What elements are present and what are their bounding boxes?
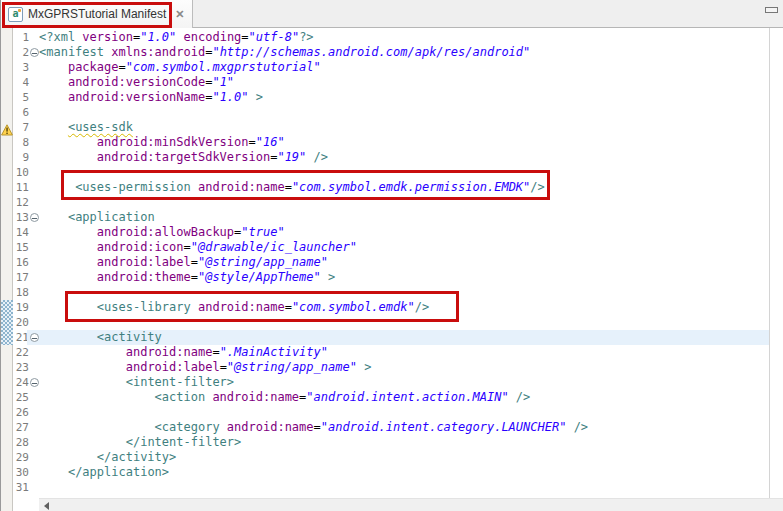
code-line[interactable]: android:name=".MainActivity" — [39, 345, 783, 360]
annotation-ruler[interactable] — [1, 28, 13, 511]
line-number: 4 — [13, 75, 30, 90]
android-manifest-file-icon: a — [8, 7, 23, 22]
code-line[interactable]: <activity — [39, 330, 783, 345]
line-number: 13 — [13, 210, 30, 225]
xml-source-editor[interactable]: 1234567891011121314151617181920212223242… — [1, 28, 783, 511]
code-line[interactable]: android:targetSdkVersion="19" /> — [39, 150, 783, 165]
line-number: 29 — [13, 450, 30, 465]
code-line[interactable]: <intent-filter> — [39, 375, 783, 390]
line-number: 27 — [13, 420, 30, 435]
code-line[interactable] — [39, 405, 783, 420]
code-line[interactable] — [39, 315, 783, 330]
fold-collapse-icon[interactable] — [30, 333, 39, 342]
warning-icon[interactable] — [1, 121, 13, 140]
scroll-left-arrow-icon[interactable] — [44, 502, 49, 510]
code-lines[interactable]: <?xml version="1.0" encoding="utf-8"?><m… — [39, 28, 783, 511]
line-number: 5 — [13, 90, 30, 105]
line-number: 15 — [13, 240, 30, 255]
line-number: 22 — [13, 345, 30, 360]
code-line[interactable]: <uses-sdk — [39, 120, 783, 135]
code-line[interactable]: package="com.symbol.mxgprstutorial" — [39, 60, 783, 75]
line-number: 2 — [13, 45, 30, 60]
code-line[interactable]: <?xml version="1.0" encoding="utf-8"?> — [39, 30, 783, 45]
code-line[interactable]: <uses-permission android:name="com.symbo… — [39, 180, 783, 195]
fold-collapse-icon[interactable] — [30, 48, 39, 57]
line-number: 24 — [13, 375, 30, 390]
code-line[interactable]: android:minSdkVersion="16" — [39, 135, 783, 150]
line-number: 18 — [13, 285, 30, 300]
code-line[interactable]: <application — [39, 210, 783, 225]
code-line[interactable]: <uses-library android:name="com.symbol.e… — [39, 300, 783, 315]
line-number: 25 — [13, 390, 30, 405]
line-number: 23 — [13, 360, 30, 375]
editor-tab-bar: a MxGPRSTutorial Manifest ✕ — [1, 0, 783, 28]
fold-collapse-icon[interactable] — [30, 213, 39, 222]
tab-close-icon[interactable]: ✕ — [175, 9, 184, 20]
code-line[interactable]: android:versionCode="1" — [39, 75, 783, 90]
line-number: 12 — [13, 195, 30, 210]
line-number: 10 — [13, 165, 30, 180]
code-line[interactable]: android:versionName="1.0" > — [39, 90, 783, 105]
tab-title: MxGPRSTutorial Manifest — [28, 7, 166, 21]
code-line[interactable] — [39, 105, 783, 120]
line-number: 16 — [13, 255, 30, 270]
line-number: 31 — [13, 480, 30, 495]
code-line[interactable]: android:label="@string/app_name" — [39, 255, 783, 270]
code-line[interactable] — [39, 165, 783, 180]
line-number: 1 — [13, 30, 30, 45]
code-line[interactable]: android:icon="@drawable/ic_launcher" — [39, 240, 783, 255]
code-line[interactable]: <action android:name="android.intent.act… — [39, 390, 783, 405]
line-number: 3 — [13, 60, 30, 75]
line-number: 17 — [13, 270, 30, 285]
line-number: 14 — [13, 225, 30, 240]
eclipse-editor-window: a MxGPRSTutorial Manifest ✕ 123456789101… — [0, 0, 783, 511]
code-line[interactable]: </intent-filter> — [39, 435, 783, 450]
minimize-view-icon[interactable] — [765, 7, 778, 13]
line-number: 30 — [13, 465, 30, 480]
code-line[interactable]: android:theme="@style/AppTheme" > — [39, 270, 783, 285]
line-number: 6 — [13, 105, 30, 120]
code-line[interactable]: <manifest xmlns:android="http://schemas.… — [39, 45, 783, 60]
line-number: 11 — [13, 180, 30, 195]
code-folding-ruler[interactable] — [30, 28, 39, 511]
line-number: 19 — [13, 300, 30, 315]
code-line[interactable]: android:allowBackup="true" — [39, 225, 783, 240]
line-number: 20 — [13, 315, 30, 330]
code-line[interactable]: <category android:name="android.intent.c… — [39, 420, 783, 435]
fold-collapse-icon[interactable] — [30, 378, 39, 387]
line-number-ruler: 1234567891011121314151617181920212223242… — [13, 28, 30, 511]
line-number: 7 — [13, 120, 30, 135]
code-line[interactable] — [39, 285, 783, 300]
line-number: 28 — [13, 435, 30, 450]
line-number: 9 — [13, 150, 30, 165]
changed-lines-marker — [1, 300, 13, 345]
line-number: 26 — [13, 405, 30, 420]
code-line[interactable]: </activity> — [39, 450, 783, 465]
code-line[interactable] — [39, 480, 783, 495]
tab-manifest-editor[interactable]: a MxGPRSTutorial Manifest ✕ — [1, 0, 193, 28]
code-line[interactable]: android:label="@string/app_name" > — [39, 360, 783, 375]
line-number: 8 — [13, 135, 30, 150]
horizontal-scrollbar[interactable] — [39, 498, 783, 511]
code-line[interactable] — [39, 195, 783, 210]
code-line[interactable]: </application> — [39, 465, 783, 480]
